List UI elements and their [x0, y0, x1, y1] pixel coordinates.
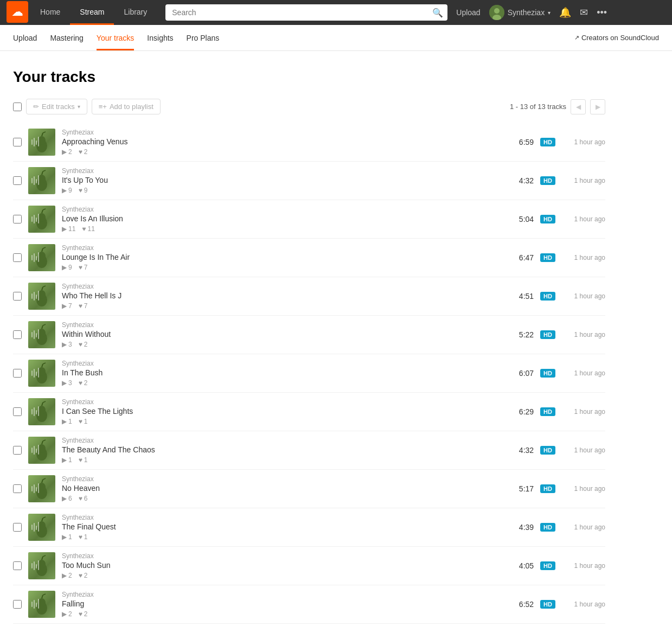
subnav-mastering[interactable]: Mastering — [50, 25, 83, 50]
track-name[interactable]: Who The Hell Is J — [62, 291, 500, 300]
track-name[interactable]: In The Bush — [62, 368, 500, 377]
edit-tracks-button[interactable]: ✏ Edit tracks ▾ — [26, 99, 87, 114]
svg-rect-47 — [34, 292, 35, 301]
user-area[interactable]: Syntheziax ▾ — [489, 5, 551, 20]
play-icon: ▶ — [62, 187, 67, 194]
logo-area[interactable]: ☁ — [7, 1, 28, 24]
track-row: Syntheziax Too Much Sun ▶ 2 ♥ 2 4:05 HD … — [13, 547, 605, 585]
track-thumbnail[interactable] — [28, 244, 55, 271]
hd-badge: HD — [540, 600, 555, 609]
track-timestamp: 1 hour ago — [562, 254, 605, 261]
svg-point-25 — [38, 213, 46, 222]
track-name[interactable]: Lounge Is In The Air — [62, 253, 500, 261]
nav-tabs: Home Stream Library — [30, 0, 157, 25]
track-checkbox[interactable] — [13, 176, 22, 185]
track-artist: Syntheziax — [62, 244, 500, 252]
track-checkbox[interactable] — [13, 446, 22, 455]
subnav-insights[interactable]: Insights — [147, 25, 173, 50]
track-timestamp: 1 hour ago — [562, 600, 605, 608]
add-to-playlist-button[interactable]: ≡+ Add to playlist — [92, 99, 161, 114]
play-icon: ▶ — [62, 264, 67, 271]
track-row: Syntheziax Love Is An Illusion ▶ 11 ♥ 11… — [13, 200, 605, 239]
notification-bell-icon[interactable]: 🔔 — [559, 7, 571, 18]
more-options-icon[interactable]: ••• — [597, 7, 607, 18]
track-checkbox[interactable] — [13, 215, 22, 223]
track-timestamp: 1 hour ago — [562, 215, 605, 223]
search-input[interactable] — [165, 4, 447, 21]
track-thumbnail[interactable] — [28, 321, 55, 348]
svg-rect-37 — [31, 255, 33, 260]
track-checkbox[interactable] — [13, 330, 22, 339]
track-thumbnail[interactable] — [28, 591, 55, 618]
track-thumbnail[interactable] — [28, 552, 55, 579]
play-icon: ▶ — [62, 572, 67, 579]
track-name[interactable]: Within Without — [62, 330, 500, 338]
heart-icon: ♥ — [79, 456, 82, 464]
subnav-your-tracks[interactable]: Your tracks — [97, 25, 135, 50]
track-name[interactable]: It's Up To You — [62, 176, 500, 184]
svg-rect-121 — [38, 599, 39, 609]
track-name[interactable]: Falling — [62, 599, 500, 608]
track-plays: ▶ 2 — [62, 572, 72, 579]
creators-label: Creators on SoundCloud — [581, 34, 659, 42]
track-name[interactable]: The Beauty And The Chaos — [62, 445, 500, 454]
subnav-upload[interactable]: Upload — [13, 25, 37, 50]
track-name[interactable]: I Can See The Lights — [62, 407, 500, 416]
track-name[interactable]: No Heaven — [62, 484, 500, 493]
track-checkbox[interactable] — [13, 600, 22, 609]
track-checkbox[interactable] — [13, 561, 22, 570]
play-icon: ▶ — [62, 495, 67, 502]
track-checkbox[interactable] — [13, 369, 22, 378]
upload-button[interactable]: Upload — [456, 8, 480, 17]
creators-link[interactable]: ↗ Creators on SoundCloud — [574, 34, 659, 42]
messages-icon[interactable]: ✉ — [580, 7, 588, 18]
track-timestamp: 1 hour ago — [562, 292, 605, 300]
track-thumbnail[interactable] — [28, 206, 55, 233]
svg-rect-103 — [38, 522, 39, 532]
track-checkbox[interactable] — [13, 138, 22, 146]
svg-rect-93 — [36, 487, 37, 491]
svg-point-43 — [38, 290, 46, 299]
track-thumbnail[interactable] — [28, 437, 55, 464]
track-thumbnail[interactable] — [28, 398, 55, 425]
nav-tab-home[interactable]: Home — [30, 0, 70, 25]
track-thumbnail[interactable] — [28, 360, 55, 387]
svg-rect-10 — [31, 139, 33, 145]
track-row: Syntheziax The Final Quest ▶ 1 ♥ 1 4:39 … — [13, 508, 605, 547]
nav-tab-stream[interactable]: Stream — [70, 0, 114, 25]
heart-icon: ♥ — [79, 379, 82, 387]
hd-badge: HD — [540, 215, 555, 223]
track-checkbox[interactable] — [13, 407, 22, 416]
track-name[interactable]: The Final Quest — [62, 522, 500, 531]
next-page-button[interactable]: ▶ — [590, 99, 605, 114]
track-stats: ▶ 2 ♥ 2 — [62, 572, 500, 579]
chevron-down-icon: ▾ — [548, 10, 551, 16]
track-timestamp: 1 hour ago — [562, 177, 605, 184]
track-thumbnail[interactable] — [28, 167, 55, 194]
svg-rect-73 — [31, 409, 33, 414]
svg-text:☁: ☁ — [12, 6, 23, 18]
track-info: Syntheziax Love Is An Illusion ▶ 11 ♥ 11 — [62, 206, 500, 233]
track-name[interactable]: Approaching Venus — [62, 137, 500, 146]
track-name[interactable]: Too Much Sun — [62, 561, 500, 570]
subnav-pro-plans[interactable]: Pro Plans — [187, 25, 220, 50]
track-thumbnail[interactable] — [28, 283, 55, 310]
track-thumbnail[interactable] — [28, 475, 55, 502]
track-checkbox[interactable] — [13, 253, 22, 262]
nav-right: Upload Syntheziax ▾ 🔔 ✉ ••• — [456, 5, 607, 20]
prev-page-button[interactable]: ◀ — [571, 99, 586, 114]
track-duration: 6:07 — [507, 369, 534, 378]
select-all-checkbox[interactable] — [13, 103, 22, 111]
track-checkbox[interactable] — [13, 523, 22, 532]
search-button[interactable]: 🔍 — [432, 8, 443, 18]
track-name[interactable]: Love Is An Illusion — [62, 214, 500, 223]
track-checkbox[interactable] — [13, 292, 22, 301]
nav-tab-library[interactable]: Library — [114, 0, 157, 25]
track-thumbnail[interactable] — [28, 514, 55, 541]
track-thumbnail[interactable] — [28, 129, 55, 156]
track-info: Syntheziax Within Without ▶ 3 ♥ 2 — [62, 321, 500, 348]
track-checkbox[interactable] — [13, 484, 22, 493]
svg-rect-13 — [38, 137, 39, 146]
track-duration: 4:32 — [507, 176, 534, 185]
svg-rect-110 — [34, 561, 35, 570]
